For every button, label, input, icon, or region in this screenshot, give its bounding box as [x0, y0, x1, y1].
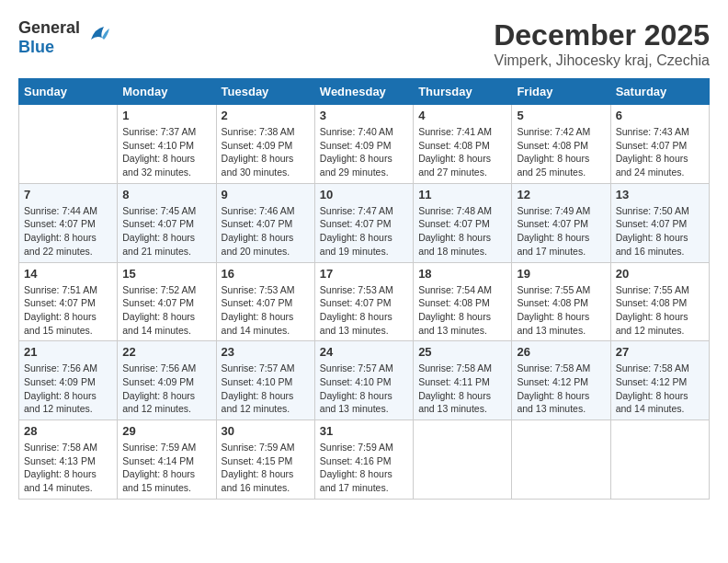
calendar-cell: 20Sunrise: 7:55 AMSunset: 4:08 PMDayligh… — [610, 262, 709, 341]
calendar-week-1: 1Sunrise: 7:37 AMSunset: 4:10 PMDaylight… — [19, 105, 710, 184]
day-number: 28 — [24, 424, 112, 438]
calendar-cell: 28Sunrise: 7:58 AMSunset: 4:13 PMDayligh… — [19, 420, 118, 500]
logo-general: General — [18, 18, 80, 37]
logo-bird-icon — [84, 21, 111, 54]
calendar-cell: 12Sunrise: 7:49 AMSunset: 4:07 PMDayligh… — [512, 183, 610, 262]
day-info: Sunrise: 7:54 AMSunset: 4:08 PMDaylight:… — [418, 283, 506, 338]
day-number: 20 — [616, 267, 704, 281]
day-info: Sunrise: 7:58 AMSunset: 4:12 PMDaylight:… — [517, 362, 605, 416]
day-info: Sunrise: 7:50 AMSunset: 4:07 PMDaylight:… — [616, 204, 704, 259]
day-info: Sunrise: 7:55 AMSunset: 4:08 PMDaylight:… — [616, 283, 704, 338]
calendar-cell: 22Sunrise: 7:56 AMSunset: 4:09 PMDayligh… — [118, 341, 216, 420]
day-info: Sunrise: 7:48 AMSunset: 4:07 PMDaylight:… — [418, 204, 506, 259]
day-number: 15 — [122, 267, 210, 281]
calendar-cell: 7Sunrise: 7:44 AMSunset: 4:07 PMDaylight… — [19, 183, 118, 262]
day-number: 31 — [320, 424, 408, 438]
calendar-cell: 11Sunrise: 7:48 AMSunset: 4:07 PMDayligh… — [414, 183, 512, 262]
calendar-cell: 1Sunrise: 7:37 AMSunset: 4:10 PMDaylight… — [118, 105, 216, 184]
day-number: 2 — [222, 109, 310, 122]
day-info: Sunrise: 7:51 AMSunset: 4:07 PMDaylight:… — [24, 283, 112, 338]
calendar-cell: 9Sunrise: 7:46 AMSunset: 4:07 PMDaylight… — [216, 183, 314, 262]
day-info: Sunrise: 7:37 AMSunset: 4:10 PMDaylight:… — [122, 125, 210, 179]
logo-blue: Blue — [18, 38, 54, 56]
day-info: Sunrise: 7:43 AMSunset: 4:07 PMDaylight:… — [616, 125, 704, 179]
calendar-cell: 25Sunrise: 7:58 AMSunset: 4:11 PMDayligh… — [414, 341, 512, 420]
calendar-cell — [610, 420, 709, 500]
header-sunday: Sunday — [19, 79, 118, 105]
day-number: 14 — [24, 267, 112, 281]
day-number: 12 — [517, 188, 605, 201]
page-subtitle: Vimperk, Jihocesky kraj, Czechia — [494, 52, 710, 69]
day-number: 26 — [517, 345, 605, 359]
header-friday: Friday — [512, 79, 610, 105]
day-info: Sunrise: 7:53 AMSunset: 4:07 PMDaylight:… — [320, 283, 408, 338]
header-tuesday: Tuesday — [216, 79, 314, 105]
calendar-cell: 24Sunrise: 7:57 AMSunset: 4:10 PMDayligh… — [314, 341, 413, 420]
day-info: Sunrise: 7:52 AMSunset: 4:07 PMDaylight:… — [122, 283, 210, 338]
day-info: Sunrise: 7:58 AMSunset: 4:12 PMDaylight:… — [616, 362, 704, 416]
calendar-cell — [19, 105, 118, 184]
day-info: Sunrise: 7:58 AMSunset: 4:11 PMDaylight:… — [418, 362, 506, 416]
calendar-cell: 18Sunrise: 7:54 AMSunset: 4:08 PMDayligh… — [414, 262, 512, 341]
calendar-cell: 17Sunrise: 7:53 AMSunset: 4:07 PMDayligh… — [314, 262, 413, 341]
day-number: 1 — [122, 109, 210, 122]
day-info: Sunrise: 7:49 AMSunset: 4:07 PMDaylight:… — [517, 204, 605, 259]
day-number: 21 — [24, 345, 112, 359]
page-header: General Blue December 2025 Vimperk, Jiho… — [18, 18, 710, 69]
calendar-cell: 10Sunrise: 7:47 AMSunset: 4:07 PMDayligh… — [314, 183, 413, 262]
header-monday: Monday — [118, 79, 216, 105]
day-number: 5 — [517, 109, 605, 122]
day-info: Sunrise: 7:46 AMSunset: 4:07 PMDaylight:… — [222, 204, 310, 259]
calendar-cell: 27Sunrise: 7:58 AMSunset: 4:12 PMDayligh… — [610, 341, 709, 420]
day-number: 11 — [418, 188, 506, 201]
header-thursday: Thursday — [414, 79, 512, 105]
day-number: 18 — [418, 267, 506, 281]
day-number: 8 — [122, 188, 210, 201]
calendar-cell: 16Sunrise: 7:53 AMSunset: 4:07 PMDayligh… — [216, 262, 314, 341]
day-number: 13 — [616, 188, 704, 201]
day-number: 29 — [122, 424, 210, 438]
calendar-cell: 3Sunrise: 7:40 AMSunset: 4:09 PMDaylight… — [314, 105, 413, 184]
day-info: Sunrise: 7:44 AMSunset: 4:07 PMDaylight:… — [24, 204, 112, 259]
calendar-cell: 5Sunrise: 7:42 AMSunset: 4:08 PMDaylight… — [512, 105, 610, 184]
calendar-cell: 2Sunrise: 7:38 AMSunset: 4:09 PMDaylight… — [216, 105, 314, 184]
day-number: 27 — [616, 345, 704, 359]
day-info: Sunrise: 7:41 AMSunset: 4:08 PMDaylight:… — [418, 125, 506, 179]
calendar-cell: 30Sunrise: 7:59 AMSunset: 4:15 PMDayligh… — [216, 420, 314, 500]
day-number: 10 — [320, 188, 408, 201]
calendar-header: SundayMondayTuesdayWednesdayThursdayFrid… — [19, 79, 710, 105]
calendar-cell: 4Sunrise: 7:41 AMSunset: 4:08 PMDaylight… — [414, 105, 512, 184]
day-number: 17 — [320, 267, 408, 281]
calendar-body: 1Sunrise: 7:37 AMSunset: 4:10 PMDaylight… — [19, 105, 710, 500]
day-info: Sunrise: 7:40 AMSunset: 4:09 PMDaylight:… — [320, 125, 408, 179]
day-number: 3 — [320, 109, 408, 122]
day-info: Sunrise: 7:47 AMSunset: 4:07 PMDaylight:… — [320, 204, 408, 259]
day-info: Sunrise: 7:53 AMSunset: 4:07 PMDaylight:… — [222, 283, 310, 338]
day-info: Sunrise: 7:57 AMSunset: 4:10 PMDaylight:… — [320, 362, 408, 416]
calendar-cell — [414, 420, 512, 500]
calendar-cell: 21Sunrise: 7:56 AMSunset: 4:09 PMDayligh… — [19, 341, 118, 420]
day-info: Sunrise: 7:59 AMSunset: 4:14 PMDaylight:… — [122, 441, 210, 495]
day-number: 4 — [418, 109, 506, 122]
calendar-cell: 14Sunrise: 7:51 AMSunset: 4:07 PMDayligh… — [19, 262, 118, 341]
day-number: 7 — [24, 188, 112, 201]
calendar-cell: 8Sunrise: 7:45 AMSunset: 4:07 PMDaylight… — [118, 183, 216, 262]
calendar-week-5: 28Sunrise: 7:58 AMSunset: 4:13 PMDayligh… — [19, 420, 710, 500]
calendar-cell: 23Sunrise: 7:57 AMSunset: 4:10 PMDayligh… — [216, 341, 314, 420]
day-info: Sunrise: 7:59 AMSunset: 4:16 PMDaylight:… — [320, 441, 408, 495]
day-info: Sunrise: 7:42 AMSunset: 4:08 PMDaylight:… — [517, 125, 605, 179]
day-info: Sunrise: 7:57 AMSunset: 4:10 PMDaylight:… — [222, 362, 310, 416]
day-info: Sunrise: 7:56 AMSunset: 4:09 PMDaylight:… — [122, 362, 210, 416]
day-number: 24 — [320, 345, 408, 359]
calendar-week-3: 14Sunrise: 7:51 AMSunset: 4:07 PMDayligh… — [19, 262, 710, 341]
day-info: Sunrise: 7:55 AMSunset: 4:08 PMDaylight:… — [517, 283, 605, 338]
calendar-cell: 15Sunrise: 7:52 AMSunset: 4:07 PMDayligh… — [118, 262, 216, 341]
day-info: Sunrise: 7:38 AMSunset: 4:09 PMDaylight:… — [222, 125, 310, 179]
day-number: 16 — [222, 267, 310, 281]
day-number: 19 — [517, 267, 605, 281]
calendar-week-4: 21Sunrise: 7:56 AMSunset: 4:09 PMDayligh… — [19, 341, 710, 420]
logo: General Blue — [18, 18, 111, 57]
calendar-cell: 31Sunrise: 7:59 AMSunset: 4:16 PMDayligh… — [314, 420, 413, 500]
day-number: 6 — [616, 109, 704, 122]
header-wednesday: Wednesday — [314, 79, 413, 105]
